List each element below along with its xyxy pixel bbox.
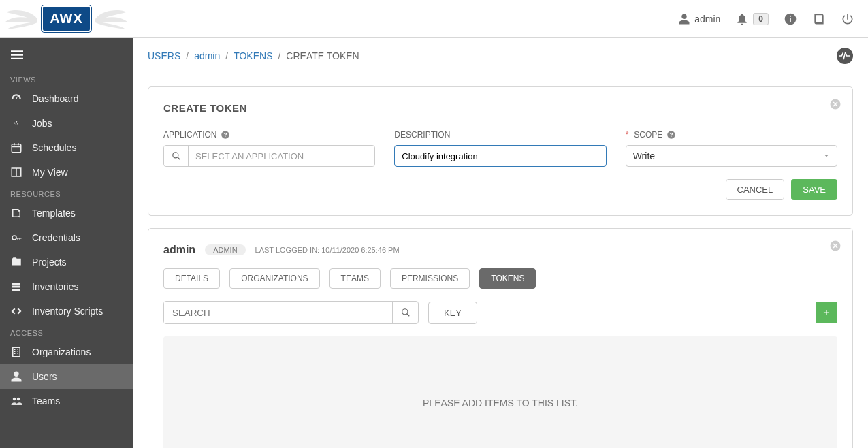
main-content: USERS / admin / TOKENS / CREATE TOKEN CR… xyxy=(133,38,868,448)
svg-rect-19 xyxy=(14,353,16,355)
breadcrumb-admin[interactable]: admin xyxy=(194,50,220,61)
search-row: KEY xyxy=(163,301,837,324)
cancel-button[interactable]: CANCEL xyxy=(726,179,785,200)
sidebar-item-users[interactable]: Users xyxy=(0,364,133,389)
search-group xyxy=(163,301,419,324)
form-buttons: CANCEL SAVE xyxy=(163,179,837,200)
sidebar-item-inventories[interactable]: Inventories xyxy=(0,274,133,299)
info-button[interactable] xyxy=(784,12,797,26)
sidebar: VIEWS Dashboard Jobs Schedules My View R… xyxy=(0,38,133,448)
activity-stream-button[interactable] xyxy=(837,48,853,64)
sidebar-toggle[interactable] xyxy=(0,45,133,70)
sidebar-item-credentials[interactable]: Credentials xyxy=(0,225,133,250)
tab-organizations[interactable]: ORGANIZATIONS xyxy=(229,268,319,289)
section-views: VIEWS xyxy=(0,70,133,86)
last-login-label: LAST LOGGED IN: xyxy=(255,246,320,254)
breadcrumb-sep: / xyxy=(278,50,280,61)
tab-teams[interactable]: TEAMS xyxy=(329,268,381,289)
svg-text:?: ? xyxy=(224,132,227,138)
svg-point-21 xyxy=(13,398,16,401)
breadcrumb-users[interactable]: USERS xyxy=(148,50,180,61)
sidebar-item-myview[interactable]: My View xyxy=(0,160,133,185)
close-button[interactable] xyxy=(829,240,841,254)
svg-rect-1 xyxy=(790,18,791,22)
sidebar-item-schedules[interactable]: Schedules xyxy=(0,135,133,160)
help-icon[interactable]: ? xyxy=(666,130,676,140)
svg-point-22 xyxy=(17,398,20,401)
label-text: SCOPE xyxy=(634,130,662,140)
label-text: DESCRIPTION xyxy=(394,130,450,140)
application-search-button[interactable] xyxy=(164,146,189,166)
current-user[interactable]: admin xyxy=(678,13,720,25)
svg-point-2 xyxy=(790,15,791,16)
docs-button[interactable] xyxy=(812,12,826,26)
close-button[interactable] xyxy=(829,98,841,112)
tab-tokens[interactable]: TOKENS xyxy=(479,268,536,289)
tab-details[interactable]: DETAILS xyxy=(163,268,220,289)
dashboard-icon xyxy=(10,93,22,105)
logo[interactable]: AWX xyxy=(42,5,91,32)
sidebar-item-organizations[interactable]: Organizations xyxy=(0,340,133,364)
svg-rect-5 xyxy=(11,58,23,59)
tab-permissions[interactable]: PERMISSIONS xyxy=(390,268,470,289)
user-header: admin ADMIN LAST LOGGED IN: 10/11/2020 6… xyxy=(163,244,837,256)
topbar: AWX admin 0 xyxy=(0,0,868,38)
breadcrumb-tokens[interactable]: TOKENS xyxy=(234,50,272,61)
empty-message: PLEASE ADD ITEMS TO THIS LIST. xyxy=(423,398,578,409)
bell-icon xyxy=(735,12,749,26)
nav-label: Organizations xyxy=(32,347,91,357)
scope-field-group: * SCOPE ? Write xyxy=(626,130,837,167)
add-token-button[interactable] xyxy=(816,302,837,323)
tabs: DETAILS ORGANIZATIONS TEAMS PERMISSIONS … xyxy=(163,268,837,289)
section-access: ACCESS xyxy=(0,323,133,340)
breadcrumb-sep: / xyxy=(225,50,228,61)
scripts-icon xyxy=(10,305,22,317)
description-input[interactable] xyxy=(394,145,606,167)
user-icon xyxy=(678,13,690,25)
sidebar-item-jobs[interactable]: Jobs xyxy=(0,111,133,135)
empty-list: PLEASE ADD ITEMS TO THIS LIST. xyxy=(163,336,837,448)
wing-left-icon xyxy=(3,5,44,33)
topbar-right: admin 0 xyxy=(678,12,854,26)
application-lookup[interactable] xyxy=(163,145,375,167)
search-icon xyxy=(172,151,181,161)
search-input[interactable] xyxy=(164,302,392,323)
user-name: admin xyxy=(163,244,195,256)
logo-area: AWX xyxy=(0,0,133,38)
application-input[interactable] xyxy=(189,146,374,166)
last-login-value: 10/11/2020 6:25:46 PM xyxy=(321,246,399,254)
svg-rect-3 xyxy=(11,50,23,52)
required-marker: * xyxy=(626,130,629,140)
key-button[interactable]: KEY xyxy=(428,302,477,324)
scope-label: * SCOPE ? xyxy=(626,130,837,140)
nav-label: Templates xyxy=(32,208,76,219)
sidebar-item-inventory-scripts[interactable]: Inventory Scripts xyxy=(0,299,133,323)
nav-label: Users xyxy=(32,371,57,382)
sidebar-item-teams[interactable]: Teams xyxy=(0,389,133,413)
logout-button[interactable] xyxy=(841,12,854,26)
sidebar-item-projects[interactable]: Projects xyxy=(0,250,133,274)
nav-label: Schedules xyxy=(32,142,76,153)
svg-point-31 xyxy=(402,309,407,315)
role-badge: ADMIN xyxy=(205,244,245,255)
nav-label: My View xyxy=(32,167,68,178)
nav-label: Credentials xyxy=(32,232,80,243)
projects-icon xyxy=(10,256,22,268)
scope-value: Write xyxy=(633,150,655,161)
breadcrumb: USERS / admin / TOKENS / CREATE TOKEN xyxy=(133,38,868,74)
breadcrumb-sep: / xyxy=(186,50,189,61)
sidebar-item-templates[interactable]: Templates xyxy=(0,201,133,225)
notifications[interactable]: 0 xyxy=(735,12,769,26)
svg-rect-16 xyxy=(18,349,19,351)
scope-select[interactable]: Write xyxy=(626,145,837,167)
sidebar-item-dashboard[interactable]: Dashboard xyxy=(0,86,133,111)
svg-rect-7 xyxy=(12,144,21,153)
user-tokens-panel: admin ADMIN LAST LOGGED IN: 10/11/2020 6… xyxy=(148,228,853,448)
pulse-icon xyxy=(839,52,850,60)
nav-label: Teams xyxy=(32,396,60,406)
info-icon xyxy=(784,12,797,26)
close-icon xyxy=(829,98,841,110)
help-icon[interactable]: ? xyxy=(221,130,230,140)
save-button[interactable]: SAVE xyxy=(791,179,837,200)
search-button[interactable] xyxy=(392,302,418,323)
